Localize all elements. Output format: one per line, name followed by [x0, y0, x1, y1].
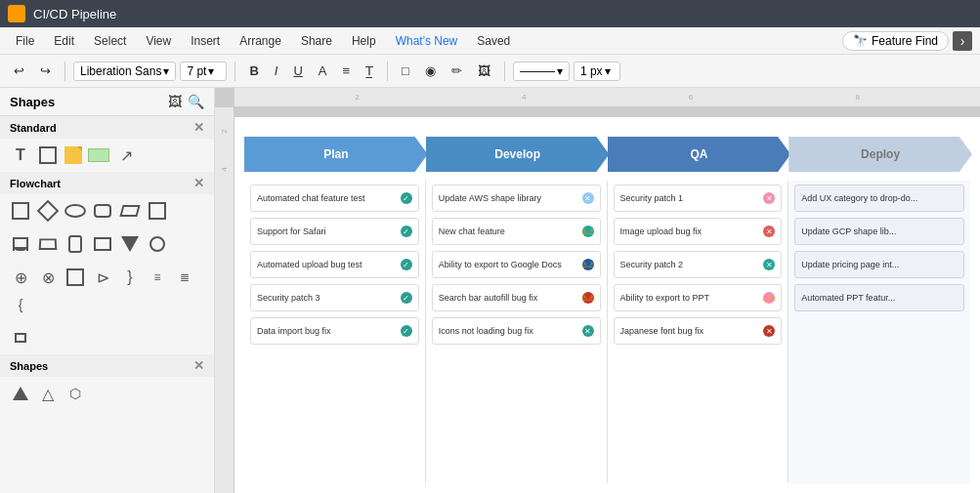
fc-manual[interactable] [37, 233, 59, 255]
task-card[interactable]: Ability to export to PPT ⚠ [614, 284, 783, 311]
task-card[interactable]: Update GCP shape lib... [794, 218, 964, 245]
task-card[interactable]: Update pricing page int... [794, 251, 964, 278]
toolbar-separator-2 [234, 62, 235, 81]
task-card[interactable]: Search bar autofill bug fix ⚠ [432, 284, 601, 311]
task-card[interactable]: Security patch 1 [614, 185, 783, 212]
menu-file[interactable]: File [8, 32, 42, 50]
text-format-button[interactable]: T̲ [360, 62, 379, 80]
line-style-selector[interactable]: ——— ▾ [513, 62, 570, 81]
menu-arrange[interactable]: Arrange [232, 32, 289, 50]
task-card[interactable]: Data import bug fix [250, 317, 419, 345]
task-card[interactable]: Automated chat feature test [250, 185, 419, 212]
fc-circle[interactable] [147, 233, 168, 255]
flowchart-section-close[interactable]: ✕ [193, 176, 204, 190]
search-icon[interactable]: 🔍 [188, 94, 204, 109]
fc-doc[interactable] [10, 233, 31, 255]
font-size-selector[interactable]: 7 pt ▾ [180, 62, 227, 81]
shape-arrow[interactable]: ↗ [115, 144, 137, 166]
task-text: Ability to export to Google Docs [439, 260, 578, 269]
fc-lines2[interactable]: ≣ [174, 267, 195, 288]
fc-rect[interactable] [10, 200, 31, 222]
task-card[interactable]: Automated PPT featur... [794, 284, 964, 311]
fc-pentagon[interactable]: ⊳ [92, 267, 113, 288]
shape-rectangle[interactable] [88, 148, 109, 162]
image-icon[interactable]: 🖼 [168, 94, 182, 109]
task-card[interactable]: New chat feature ⚠ [432, 218, 601, 245]
shape-square[interactable] [37, 144, 59, 166]
menu-share[interactable]: Share [293, 32, 340, 50]
fc-x[interactable]: ⊗ [37, 267, 59, 288]
x-icon [766, 194, 773, 203]
fc-parallelogram[interactable] [119, 200, 141, 222]
canvas-area[interactable]: 2 4 6 8 2 4 Plan Develop [215, 88, 980, 493]
fc-rect3[interactable] [64, 267, 86, 288]
task-card[interactable]: Image upload bug fix [614, 218, 783, 245]
redo-button[interactable]: ↪ [34, 62, 57, 80]
task-card[interactable]: Japanese font bug fix [614, 317, 783, 345]
qa-column: Security patch 1 Image upload bug fix Se… [608, 181, 789, 483]
fc-process[interactable] [92, 233, 113, 255]
canvas[interactable]: Plan Develop QA Deploy [234, 117, 980, 493]
fc-cylinder[interactable] [64, 233, 86, 255]
line-width-selector[interactable]: 1 px ▾ [574, 62, 620, 81]
pen-button[interactable]: ✏ [446, 62, 468, 80]
standard-section-close[interactable]: ✕ [193, 120, 204, 135]
standard-section-label: Standard [10, 122, 57, 134]
task-card[interactable]: Security patch 2 [614, 251, 783, 278]
fc-triangle[interactable] [119, 233, 141, 255]
menu-help[interactable]: Help [344, 32, 384, 50]
check-icon [403, 294, 409, 303]
image-button[interactable]: 🖼 [472, 62, 496, 80]
fc-ellipse[interactable] [64, 200, 86, 222]
align-button[interactable]: ≡ [336, 62, 356, 80]
feature-find-button[interactable]: 🔭 Feature Find [842, 31, 949, 51]
task-card[interactable]: Automated upload bug test [250, 251, 419, 278]
fc-small-rect[interactable] [10, 327, 31, 349]
shapes-section-header[interactable]: Shapes ✕ [0, 354, 214, 377]
task-card[interactable]: Add UX category to drop-do... [794, 185, 964, 212]
standard-section-header[interactable]: Standard ✕ [0, 116, 214, 139]
bold-button[interactable]: B [243, 62, 264, 80]
underline-button[interactable]: U [287, 62, 308, 80]
fc-brace[interactable]: } [119, 267, 141, 288]
font-dropdown-icon: ▾ [163, 64, 169, 78]
flowchart-shapes-row-4 [0, 321, 214, 354]
toolbar-separator-1 [64, 62, 65, 81]
fc-cross[interactable]: ⊕ [10, 267, 31, 288]
menu-whats-new[interactable]: What's New [388, 32, 466, 50]
s-hexagon[interactable]: ⬡ [64, 383, 86, 404]
shape-sticky-note[interactable] [64, 146, 82, 164]
shape-text[interactable]: T [10, 144, 31, 166]
shapes-section-close[interactable]: ✕ [193, 358, 204, 373]
fc-braces[interactable]: { [10, 294, 31, 315]
task-card[interactable]: Ability to export to Google Docs ⚠ [432, 251, 601, 278]
undo-button[interactable]: ↩ [8, 62, 30, 80]
fc-diamond[interactable] [37, 200, 59, 222]
task-card[interactable]: Security patch 3 [250, 284, 419, 311]
task-card[interactable]: Support for Safari [250, 218, 419, 245]
italic-button[interactable]: I [269, 62, 284, 80]
check-icon [403, 194, 409, 203]
fc-rect2[interactable] [147, 200, 168, 222]
ruler-tick-2: 2 [274, 93, 441, 102]
menu-view[interactable]: View [138, 32, 179, 50]
toolbar-separator-4 [504, 62, 505, 81]
shape-button[interactable]: □ [396, 62, 415, 80]
font-selector[interactable]: Liberation Sans ▾ [73, 62, 176, 81]
flowchart-section-header[interactable]: Flowchart ✕ [0, 172, 214, 194]
task-text: Update GCP shape lib... [801, 226, 958, 236]
menu-insert[interactable]: Insert [183, 32, 228, 50]
task-dot: ⚠ [582, 226, 594, 237]
menu-select[interactable]: Select [86, 32, 134, 50]
fc-rounded-rect[interactable] [92, 200, 113, 222]
s-triangle[interactable] [10, 383, 31, 404]
horizontal-ruler: 2 4 6 8 [234, 88, 980, 107]
task-card[interactable]: Update AWS shape library [432, 185, 601, 212]
nav-arrow-button[interactable]: › [953, 31, 972, 51]
menu-edit[interactable]: Edit [46, 32, 82, 50]
fill-button[interactable]: ◉ [419, 62, 442, 80]
task-card[interactable]: Icons not loading bug fix [432, 317, 601, 345]
s-arrow-up[interactable]: △ [37, 383, 59, 404]
fc-lines[interactable]: ≡ [147, 267, 168, 288]
font-color-button[interactable]: A [313, 62, 333, 80]
